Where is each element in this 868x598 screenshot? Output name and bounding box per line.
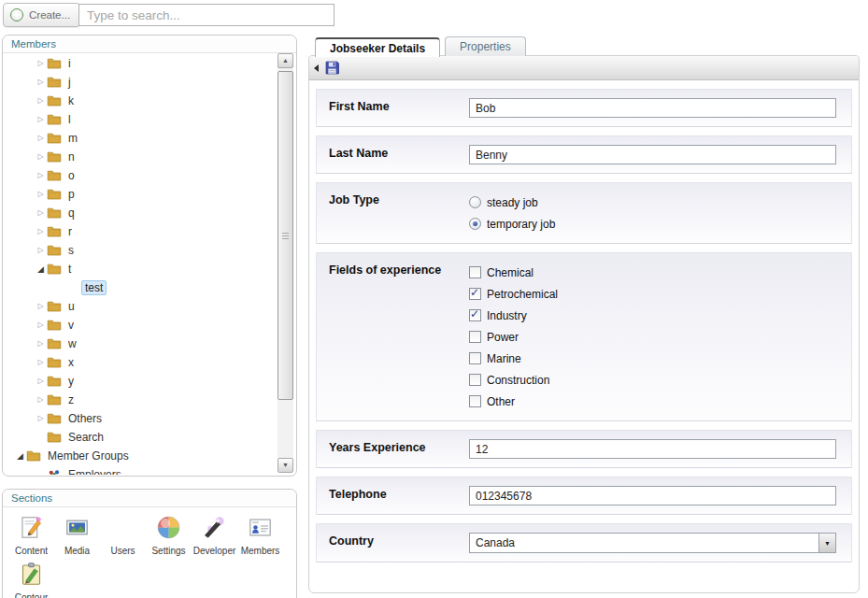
checkbox-power[interactable]: Power [469,326,836,348]
expand-icon[interactable]: ▷ [35,372,47,391]
checkbox-icon[interactable] [469,288,481,300]
expand-icon[interactable]: ▷ [35,335,47,353]
checkbox-marine[interactable]: Marine [469,348,836,369]
save-button[interactable] [324,60,340,76]
editor-body: First NameLast NameJob Typesteady jobtem… [308,55,860,593]
dropdown-arrow-icon[interactable]: ▼ [818,534,835,552]
expand-icon[interactable]: ▷ [35,409,47,428]
checkbox-other[interactable]: Other [469,391,836,412]
tree-item-label: i [65,56,74,71]
create-plus-icon [9,7,24,22]
tree-item-l[interactable]: ▷l [4,110,277,129]
tree-item-y[interactable]: ▷y [4,372,277,391]
expand-icon[interactable]: ▷ [35,391,47,409]
expand-icon[interactable]: ▷ [35,129,47,148]
option-label: Industry [487,309,527,322]
checkbox-icon[interactable] [469,266,481,278]
create-button[interactable]: Create... [3,3,80,27]
expand-icon[interactable]: ▷ [35,110,47,129]
section-developer[interactable]: Developer [192,515,237,556]
scrollbar-thumb[interactable] [277,71,293,400]
tree-item-member-groups[interactable]: ◢Member Groups [4,447,277,465]
tree-item-label: o [65,168,78,183]
section-settings[interactable]: Settings [146,515,192,556]
tree-item-p[interactable]: ▷p [4,185,277,204]
section-content[interactable]: Content [8,515,54,556]
tree-item-test[interactable]: test [4,278,277,297]
settings-icon [156,515,181,540]
tree-item-employers[interactable]: Employers [4,465,277,475]
folder-icon [47,243,62,258]
country-select[interactable]: Canada▼ [469,533,836,553]
expand-icon[interactable]: ▷ [35,166,47,185]
tree-item-label: u [65,299,78,314]
tab-properties[interactable]: Properties [445,36,526,56]
checkbox-icon[interactable] [469,395,481,407]
expand-icon[interactable]: ▷ [35,316,47,335]
tree-item-m[interactable]: ▷m [4,129,277,148]
expand-icon[interactable]: ▷ [35,241,47,260]
tree-item-o[interactable]: ▷o [4,166,277,185]
expand-icon[interactable]: ▷ [35,353,47,372]
tree-item-r[interactable]: ▷r [4,222,277,241]
expand-icon[interactable]: ▷ [35,148,47,166]
tree-item-q[interactable]: ▷q [4,204,277,222]
tree-item-i[interactable]: ▷i [4,54,277,73]
expand-icon[interactable]: ▷ [35,73,47,92]
tree-item-search[interactable]: Search [4,428,277,447]
tree-item-label: m [65,131,80,146]
radio-icon[interactable] [469,218,481,230]
field-years-experience: Years Experience [316,430,852,468]
tree-item-t[interactable]: ◢t [4,260,277,278]
collapse-icon[interactable]: ◢ [35,260,47,278]
scroll-down-icon[interactable]: ▼ [277,458,293,473]
telephone-input[interactable] [469,486,836,505]
tree-item-k[interactable]: ▷k [4,92,277,110]
checkbox-industry[interactable]: Industry [469,305,836,326]
radio-icon[interactable] [469,196,481,208]
radio-temporary-job[interactable]: temporary job [469,213,836,235]
expand-icon[interactable]: ▷ [35,185,47,204]
section-members[interactable]: Members [237,515,283,556]
search-input[interactable] [78,4,334,26]
checkbox-construction[interactable]: Construction [469,369,836,391]
checkbox-icon[interactable] [469,309,481,321]
tree-item-x[interactable]: ▷x [4,353,277,372]
collapse-icon[interactable]: ◢ [14,447,26,465]
expand-icon[interactable]: ▷ [35,222,47,241]
tree-item-s[interactable]: ▷s [4,241,277,260]
radio-steady-job[interactable]: steady job [469,192,836,213]
group-icon [47,467,62,475]
tree-scrollbar[interactable]: ▲ ▼ [277,53,293,473]
expand-icon[interactable]: ▷ [35,204,47,222]
scroll-up-icon[interactable]: ▲ [277,53,293,68]
tab-jobseeker-details[interactable]: Jobseeker Details [315,37,440,57]
tree-item-n[interactable]: ▷n [4,148,277,166]
section-label: Developer [192,546,237,556]
editor-toolbar [309,56,859,80]
expand-icon[interactable]: ▷ [35,297,47,316]
checkbox-icon[interactable] [469,352,481,364]
expand-icon[interactable]: ▷ [35,92,47,110]
collapse-left-icon[interactable] [314,64,319,72]
tree-item-u[interactable]: ▷u [4,297,277,316]
tree-item-z[interactable]: ▷z [4,391,277,409]
tree-item-j[interactable]: ▷j [4,73,277,92]
last-name-input[interactable] [469,145,836,164]
checkbox-icon[interactable] [469,374,481,386]
expand-icon[interactable]: ▷ [35,54,47,73]
tree-item-w[interactable]: ▷w [4,335,277,353]
tree-item-others[interactable]: ▷Others [4,409,277,428]
first-name-input[interactable] [469,98,836,118]
option-label: Other [487,395,515,408]
checkbox-petrochemical[interactable]: Petrochemical [469,283,836,305]
checkbox-chemical[interactable]: Chemical [469,262,836,283]
section-media[interactable]: Media [54,515,100,556]
section-contour[interactable]: Contour [8,562,54,598]
form-fields: First NameLast NameJob Typesteady jobtem… [309,80,859,562]
tree-item-v[interactable]: ▷v [4,316,277,335]
section-label: Content [8,546,54,556]
years-experience-input[interactable] [469,439,836,459]
checkbox-icon[interactable] [469,331,481,343]
section-users[interactable]: Users [100,515,146,556]
